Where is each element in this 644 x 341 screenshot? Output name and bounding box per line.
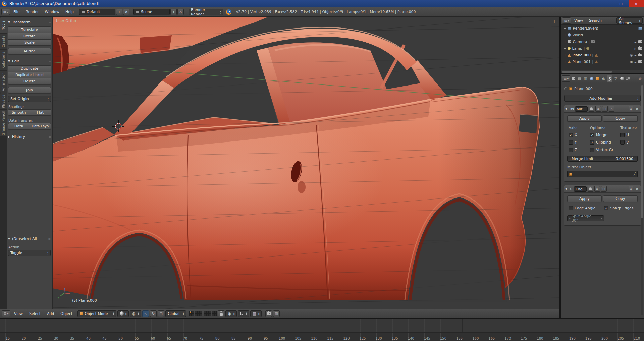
mirror-modifier-header[interactable]: Mir ▢ △ <box>564 105 641 113</box>
expand-icon[interactable] <box>564 26 566 31</box>
merge-checkbox[interactable]: Merge <box>590 133 620 137</box>
expand-icon[interactable] <box>564 53 566 57</box>
add-screen-button[interactable] <box>116 9 122 15</box>
expand-icon[interactable] <box>564 60 566 64</box>
editor-type-button[interactable] <box>1 9 10 15</box>
maximize-button[interactable] <box>613 0 629 7</box>
editmode-toggle[interactable]: ▢ <box>601 186 607 192</box>
tab-physics[interactable]: Physics <box>0 93 7 109</box>
render-toggle[interactable] <box>589 106 594 112</box>
tab-texture[interactable] <box>625 75 631 82</box>
eyedropper-icon[interactable] <box>633 172 636 176</box>
outliner-row-renderlayers[interactable]: RenderLayers <box>561 25 644 32</box>
translate-button[interactable]: Translate <box>8 26 51 33</box>
data-button[interactable]: Data <box>8 123 30 129</box>
transform-panel-header[interactable]: Transform <box>8 19 51 25</box>
tab-object[interactable] <box>595 75 600 82</box>
edit-panel-header[interactable]: Edit <box>8 58 51 64</box>
render-visibility-icon[interactable] <box>638 40 642 43</box>
menu-view[interactable]: View <box>572 17 586 24</box>
menu-render[interactable]: Render <box>23 7 41 16</box>
timeline[interactable]: 1520 2530 3540 4550 5560 6570 7580 8590 … <box>0 319 644 341</box>
menu-help[interactable]: Help <box>63 7 76 16</box>
merge-limit-slider[interactable]: ◂ Merge Limit: 0.001500 ▸ <box>567 156 638 162</box>
outliner-row-world[interactable]: World <box>561 32 644 38</box>
outliner-row-lamp[interactable]: Lamp | <box>561 45 644 52</box>
tab-create[interactable]: Create <box>0 34 7 49</box>
editor-type-button[interactable] <box>562 17 571 24</box>
shade-flat-button[interactable]: Flat <box>30 109 51 116</box>
tab-relations[interactable]: Relations <box>0 50 7 70</box>
lock-to-scene-button[interactable] <box>218 310 224 317</box>
menu-file[interactable]: File <box>11 7 22 16</box>
viewport-toggle[interactable] <box>595 106 601 112</box>
expand-icon[interactable] <box>564 40 566 44</box>
menu-view[interactable]: View <box>11 309 25 318</box>
minimize-button[interactable] <box>598 0 613 7</box>
add-modifier-dropdown[interactable]: Add Modifier <box>564 95 641 102</box>
visibility-icon[interactable] <box>630 53 633 57</box>
tab-grease-pencil[interactable]: Grease Pencil <box>0 110 7 136</box>
opengl-render-button[interactable] <box>265 310 272 317</box>
region-expand-icon[interactable]: + <box>552 19 556 24</box>
tab-render-layers[interactable]: ▤ <box>577 75 582 82</box>
redo-panel-header[interactable]: (De)select All <box>8 236 51 242</box>
timeline-ruler[interactable]: 1520 2530 3540 4550 5560 6570 7580 8590 … <box>0 332 644 341</box>
selectable-icon[interactable] <box>635 60 637 64</box>
mode-dropdown[interactable]: Object Mode <box>77 310 116 317</box>
tab-render[interactable] <box>571 75 576 82</box>
manipulator-translate-button[interactable]: ↖ <box>142 310 149 317</box>
outliner-row-camera[interactable]: Camera | <box>561 38 644 45</box>
outliner-row-plane000[interactable]: Plane.000 | <box>561 52 644 58</box>
menu-select[interactable]: Select <box>26 309 43 318</box>
snap-element-dropdown[interactable] <box>250 310 262 317</box>
menu-add[interactable]: Add <box>44 309 57 318</box>
render-toggle[interactable] <box>588 186 593 192</box>
selectable-icon[interactable] <box>635 53 637 57</box>
tab-modifiers[interactable] <box>607 75 612 82</box>
modifier-name-field[interactable]: Mir <box>575 106 588 112</box>
viewport[interactable]: y User Ortho (5) Plane.000 + <box>53 17 559 309</box>
editor-type-button[interactable] <box>562 75 570 82</box>
timeline-track[interactable] <box>0 319 644 332</box>
apply-button[interactable]: Apply <box>567 195 602 202</box>
clipping-checkbox[interactable]: Clipping <box>590 140 620 145</box>
menu-search[interactable]: Search <box>586 17 604 24</box>
editmode-toggle[interactable]: ▢ <box>602 106 608 112</box>
render-visibility-icon[interactable] <box>638 47 642 50</box>
history-panel-header[interactable]: History <box>8 134 51 140</box>
outliner-filter-dropdown[interactable]: All Scenes <box>616 17 643 24</box>
visibility-icon[interactable] <box>630 60 633 64</box>
tab-data[interactable]: ▽ <box>613 75 619 82</box>
texture-v-checkbox[interactable]: V <box>620 140 641 145</box>
axis-x-checkbox[interactable]: X <box>569 133 590 137</box>
panel-expand-icon[interactable] <box>565 187 569 190</box>
scale-button[interactable]: Scale <box>8 39 51 46</box>
panel-expand-icon[interactable] <box>565 107 569 110</box>
apply-button[interactable]: Apply <box>567 115 602 122</box>
render-engine-dropdown[interactable]: Blender Render <box>189 9 223 15</box>
delete-modifier-button[interactable] <box>634 106 640 112</box>
edgesplit-modifier-header[interactable]: Edg ▢ <box>564 185 641 193</box>
scene-selector[interactable]: Scene <box>133 9 170 15</box>
modifier-name-field[interactable]: Edg <box>574 186 587 192</box>
set-origin-dropdown[interactable]: Set Origin <box>8 96 51 102</box>
orientation-dropdown[interactable]: Global <box>165 310 186 317</box>
copy-button[interactable]: Copy <box>603 115 638 122</box>
menu-window[interactable]: Window <box>42 7 62 16</box>
pin-icon[interactable] <box>564 87 567 90</box>
shade-smooth-button[interactable]: Smooth <box>8 109 30 116</box>
menu-object[interactable]: Object <box>58 309 75 318</box>
outliner-row-plane001[interactable]: Plane.001 | <box>561 58 644 65</box>
edge-angle-checkbox[interactable]: Edge Angle <box>569 206 595 210</box>
tab-constraints[interactable]: ◐ <box>601 75 606 82</box>
close-button[interactable] <box>629 0 644 7</box>
screen-layout-selector[interactable]: Default <box>79 9 115 15</box>
tab-world[interactable] <box>589 75 594 82</box>
axis-y-checkbox[interactable]: Y <box>569 140 590 145</box>
render-visibility-icon[interactable] <box>638 60 642 63</box>
duplicate-linked-button[interactable]: Duplicate Linked <box>8 72 51 78</box>
opengl-render-anim-button[interactable] <box>273 310 280 317</box>
editor-type-button[interactable] <box>2 310 10 317</box>
snap-dropdown[interactable] <box>238 310 249 317</box>
